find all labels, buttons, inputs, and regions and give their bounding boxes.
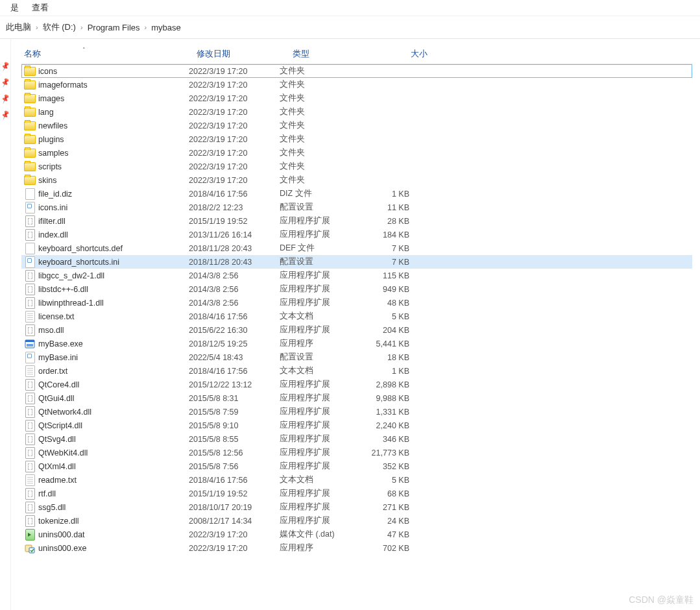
- chevron-right-icon[interactable]: ›: [78, 23, 86, 31]
- file-row[interactable]: unins000.exe2022/3/19 17:20应用程序702 KB: [21, 541, 692, 555]
- file-row[interactable]: myBase.ini2022/5/4 18:43配置设置18 KB: [21, 350, 692, 364]
- file-type: 文本文档: [280, 474, 356, 485]
- folder-icon: [24, 175, 36, 186]
- file-name: index.dll: [38, 230, 189, 239]
- text-file-icon: [24, 365, 36, 377]
- dll-file-icon: [24, 420, 36, 432]
- file-date: 2018/2/2 12:23: [189, 203, 280, 212]
- file-date: 2015/5/8 8:31: [189, 394, 280, 403]
- crumb-mybase[interactable]: mybase: [149, 23, 183, 32]
- pin-icon[interactable]: 📌: [0, 110, 11, 121]
- file-type: 应用程序扩展: [280, 488, 356, 499]
- file-row[interactable]: unins000.dat2022/3/19 17:20媒体文件 (.dat)47…: [21, 528, 692, 541]
- application-icon: [24, 338, 36, 350]
- file-type: 文件夹: [280, 79, 356, 90]
- dll-file-icon: [24, 229, 36, 241]
- file-row[interactable]: QtSvg4.dll2015/5/8 8:55应用程序扩展346 KB: [21, 432, 692, 446]
- menu-item-view[interactable]: 查看: [32, 2, 49, 14]
- file-name: QtGui4.dll: [38, 394, 189, 403]
- file-size: 28 KB: [356, 217, 412, 226]
- file-row[interactable]: imageformats2022/3/19 17:20文件夹: [21, 78, 692, 92]
- file-row[interactable]: tokenize.dll2008/12/17 14:34应用程序扩展24 KB: [21, 514, 692, 528]
- file-row[interactable]: libgcc_s_dw2-1.dll2014/3/8 2:56应用程序扩展115…: [21, 269, 692, 282]
- file-row[interactable]: order.txt2018/4/16 17:56文本文档1 KB: [21, 364, 692, 378]
- file-row[interactable]: file_id.diz2018/4/16 17:56DIZ 文件1 KB: [21, 187, 692, 201]
- file-row[interactable]: skins2022/3/19 17:20文件夹: [21, 173, 692, 187]
- file-date: 2015/5/8 9:10: [189, 421, 280, 430]
- file-size: 5,441 KB: [356, 339, 412, 348]
- menu-partial-left[interactable]: 是: [10, 2, 19, 14]
- file-row[interactable]: libstdc++-6.dll2014/3/8 2:56应用程序扩展949 KB: [21, 282, 692, 296]
- file-row[interactable]: readme.txt2018/4/16 17:56文本文档5 KB: [21, 473, 692, 487]
- file-row[interactable]: keyboard_shortcuts.def2018/11/28 20:43DE…: [21, 241, 692, 255]
- file-row[interactable]: plugins2022/3/19 17:20文件夹: [21, 132, 692, 146]
- file-row[interactable]: newfiles2022/3/19 17:20文件夹: [21, 119, 692, 132]
- file-row[interactable]: rtf.dll2015/1/19 19:52应用程序扩展68 KB: [21, 487, 692, 500]
- file-row[interactable]: QtNetwork4.dll2015/5/8 7:59应用程序扩展1,331 K…: [21, 405, 692, 419]
- file-row[interactable]: libwinpthread-1.dll2014/3/8 2:56应用程序扩展48…: [21, 296, 692, 310]
- file-row[interactable]: QtXml4.dll2015/5/8 7:56应用程序扩展352 KB: [21, 459, 692, 473]
- file-size: 21,773 KB: [356, 448, 412, 458]
- file-name: rtf.dll: [38, 489, 189, 498]
- folder-icon: [24, 93, 36, 104]
- file-date: 2014/3/8 2:56: [189, 299, 280, 308]
- column-header-type[interactable]: 类型: [290, 48, 372, 60]
- dll-file-icon: [24, 324, 36, 336]
- file-row[interactable]: ssg5.dll2018/10/17 20:19应用程序扩展271 KB: [21, 500, 692, 514]
- file-row[interactable]: QtWebKit4.dll2015/5/8 12:56应用程序扩展21,773 …: [21, 446, 692, 459]
- file-name: icons.ini: [38, 203, 189, 212]
- dll-file-icon: [24, 284, 36, 295]
- file-type: 文件夹: [280, 66, 356, 77]
- file-row[interactable]: license.txt2018/4/16 17:56文本文档5 KB: [21, 310, 692, 323]
- file-name: QtWebKit4.dll: [38, 448, 189, 458]
- folder-icon: [24, 134, 36, 145]
- file-date: 2022/3/19 17:20: [189, 530, 280, 539]
- crumb-program-files[interactable]: Program Files: [86, 23, 142, 32]
- crumb-drive[interactable]: 软件 (D:): [41, 21, 78, 33]
- file-name: QtSvg4.dll: [38, 435, 189, 444]
- file-name: keyboard_shortcuts.def: [38, 244, 189, 253]
- chevron-right-icon[interactable]: ›: [33, 23, 41, 31]
- file-row[interactable]: ifilter.dll2015/1/19 19:52应用程序扩展28 KB: [21, 214, 692, 228]
- file-row[interactable]: icons2022/3/19 17:20文件夹: [21, 64, 692, 78]
- file-name: readme.txt: [38, 476, 189, 485]
- file-name: libwinpthread-1.dll: [38, 299, 189, 308]
- file-type: 媒体文件 (.dat): [280, 529, 356, 540]
- column-header-name[interactable]: 名称 ˄: [21, 48, 194, 60]
- menubar: 是 查看: [0, 0, 700, 16]
- file-row[interactable]: index.dll2013/11/26 16:14应用程序扩展184 KB: [21, 228, 692, 241]
- file-row[interactable]: images2022/3/19 17:20文件夹: [21, 92, 692, 105]
- file-name: unins000.dat: [38, 530, 189, 539]
- file-name: file_id.diz: [38, 189, 189, 199]
- file-name: samples: [38, 149, 189, 158]
- chevron-right-icon[interactable]: ›: [142, 23, 150, 31]
- pin-icon[interactable]: 📌: [0, 93, 11, 104]
- file-size: 184 KB: [356, 230, 412, 239]
- file-row[interactable]: QtGui4.dll2015/5/8 8:31应用程序扩展9,988 KB: [21, 391, 692, 405]
- file-row[interactable]: mso.dll2015/6/22 16:30应用程序扩展204 KB: [21, 323, 692, 337]
- folder-icon: [24, 106, 36, 118]
- file-type: 应用程序扩展: [280, 406, 356, 417]
- address-bar[interactable]: 此电脑 › 软件 (D:) › Program Files › mybase: [0, 16, 700, 39]
- file-type: 文件夹: [280, 134, 356, 145]
- column-header-size[interactable]: 大小: [372, 48, 430, 60]
- file-type: 文件夹: [280, 175, 356, 186]
- file-row[interactable]: icons.ini2018/2/2 12:23配置设置11 KB: [21, 201, 692, 214]
- file-date: 2015/12/22 13:12: [189, 380, 280, 389]
- file-row[interactable]: QtScript4.dll2015/5/8 9:10应用程序扩展2,240 KB: [21, 419, 692, 432]
- file-row[interactable]: samples2022/3/19 17:20文件夹: [21, 146, 692, 160]
- pin-icon[interactable]: 📌: [0, 61, 11, 72]
- file-row[interactable]: keyboard_shortcuts.ini2018/11/28 20:43配置…: [21, 255, 692, 269]
- file-name: mso.dll: [38, 326, 189, 335]
- file-row[interactable]: scripts2022/3/19 17:20文件夹: [21, 160, 692, 173]
- file-name: lang: [38, 108, 189, 117]
- pin-icon[interactable]: 📌: [0, 77, 11, 88]
- file-size: 1 KB: [356, 189, 412, 199]
- column-header-date[interactable]: 修改日期: [194, 48, 290, 60]
- file-row[interactable]: myBase.exe2018/12/5 19:25应用程序5,441 KB: [21, 337, 692, 350]
- file-date: 2015/5/8 7:56: [189, 462, 280, 471]
- file-row[interactable]: lang2022/3/19 17:20文件夹: [21, 105, 692, 119]
- file-date: 2022/3/19 17:20: [189, 67, 280, 76]
- file-row[interactable]: QtCore4.dll2015/12/22 13:12应用程序扩展2,898 K…: [21, 378, 692, 391]
- crumb-this-pc[interactable]: 此电脑: [4, 21, 33, 33]
